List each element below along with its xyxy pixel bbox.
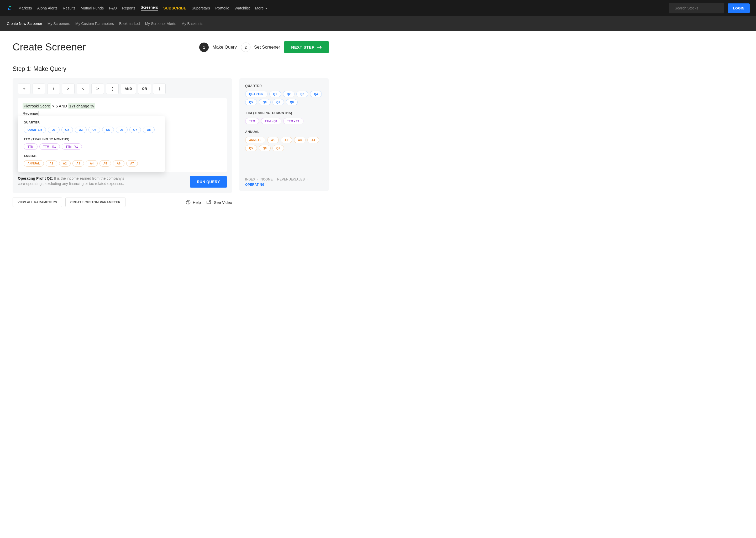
op-rparen[interactable]: ) — [153, 83, 165, 94]
pill-q3[interactable]: Q3 — [75, 127, 87, 133]
pill-q6[interactable]: Q6 — [116, 127, 127, 133]
run-row: Operating Profit Q2: It is the income ea… — [18, 176, 227, 188]
sub-nav: Create New Screener My Screeners My Cust… — [0, 16, 756, 31]
pill-ttm-q1[interactable]: TTM - Q1 — [39, 143, 60, 150]
side-pill-a2[interactable]: A2 — [281, 137, 292, 143]
crumb-revenue[interactable]: REVENUE/SALES — [277, 178, 305, 181]
subnav-custom-params[interactable]: My Custom Parameters — [75, 22, 114, 26]
nav-markets[interactable]: Markets — [19, 6, 32, 10]
side-pill-a3[interactable]: A3 — [294, 137, 306, 143]
op-and[interactable]: AND — [121, 83, 136, 94]
pill-annual[interactable]: ANNUAL — [24, 160, 44, 167]
side-pill-a7[interactable]: Q7 — [272, 145, 284, 151]
next-step-button[interactable]: NEXT STEP — [284, 41, 329, 53]
chevron-right-icon: › — [275, 178, 276, 181]
op-lt[interactable]: < — [77, 83, 89, 94]
pill-a7[interactable]: A7 — [126, 160, 138, 167]
nav-portfolio[interactable]: Portfolio — [215, 6, 229, 10]
op-gt[interactable]: > — [91, 83, 104, 94]
pill-q5[interactable]: Q5 — [102, 127, 114, 133]
pill-q4[interactable]: Q4 — [88, 127, 100, 133]
create-custom-parameter-button[interactable]: CREATE CUSTOM PARAMETER — [65, 197, 125, 207]
token-piotroski[interactable]: Piotroski Score — [23, 103, 51, 109]
step-1[interactable]: 1 Make Query — [199, 42, 237, 52]
side-pill-q6[interactable]: Q6 — [259, 99, 271, 105]
brand-logo[interactable] — [6, 5, 12, 11]
crumb-income[interactable]: INCOME — [260, 178, 273, 181]
side-pill-annual[interactable]: ANNUAL — [245, 137, 265, 143]
run-query-button[interactable]: RUN QUERY — [190, 176, 227, 188]
side-group-ttm: TTM (TRAILING 12 MONTHS) TTM TTM - Q1 TT… — [245, 111, 323, 124]
search-input[interactable] — [675, 6, 721, 10]
side-pill-a5[interactable]: Q5 — [245, 145, 257, 151]
side-pill-q4[interactable]: Q4 — [310, 91, 322, 97]
pill-q1[interactable]: Q1 — [48, 127, 60, 133]
op-minus[interactable]: − — [32, 83, 45, 94]
query-editor[interactable]: Piotroski Score > 5 AND 1Yr change % Rev… — [18, 98, 227, 172]
side-pill-q3[interactable]: Q3 — [296, 91, 308, 97]
next-step-label: NEXT STEP — [291, 45, 314, 49]
crumb-index[interactable]: INDEX — [245, 178, 256, 181]
subnav-backtests[interactable]: My Backtests — [181, 22, 203, 26]
subnav-my-screeners[interactable]: My Screeners — [48, 22, 70, 26]
pill-ttm-y1[interactable]: TTM - Y1 — [62, 143, 82, 150]
pill-quarter[interactable]: QUARTER — [24, 127, 46, 133]
pill-a5[interactable]: A5 — [100, 160, 111, 167]
see-video-link[interactable]: See Video — [207, 200, 232, 205]
help-link[interactable]: Help — [186, 200, 201, 205]
nav-results[interactable]: Results — [63, 6, 75, 10]
pill-q7[interactable]: Q7 — [129, 127, 141, 133]
side-pill-q7[interactable]: Q7 — [272, 99, 284, 105]
op-multiply[interactable]: × — [62, 83, 74, 94]
side-pill-a4[interactable]: A4 — [307, 137, 319, 143]
op-divide[interactable]: / — [47, 83, 60, 94]
side-pill-ttm-q1[interactable]: TTM - Q1 — [261, 118, 281, 124]
step-heading: Step 1: Make Query — [13, 65, 329, 73]
nav-watchlist[interactable]: Watchlist — [234, 6, 250, 10]
pill-a4[interactable]: A4 — [86, 160, 97, 167]
pill-ttm[interactable]: TTM — [24, 143, 37, 150]
login-button[interactable]: LOGIN — [728, 3, 750, 13]
side-pill-q8[interactable]: Q8 — [286, 99, 298, 105]
page-title: Create Screener — [13, 41, 86, 53]
pill-a3[interactable]: A3 — [72, 160, 84, 167]
pill-a1[interactable]: A1 — [46, 160, 57, 167]
side-pill-quarter[interactable]: QUARTER — [245, 91, 267, 97]
nav-reports[interactable]: Reports — [122, 6, 135, 10]
pill-q2[interactable]: Q2 — [62, 127, 73, 133]
pill-a6[interactable]: A6 — [113, 160, 124, 167]
side-pill-q1[interactable]: Q1 — [269, 91, 281, 97]
side-pill-ttm[interactable]: TTM — [245, 118, 259, 124]
side-pill-a6[interactable]: Q6 — [259, 145, 271, 151]
token-mid: > 5 AND — [51, 104, 68, 108]
crumb-operating[interactable]: OPERATING — [245, 183, 264, 187]
view-all-parameters-button[interactable]: VIEW ALL PARAMETERS — [13, 197, 62, 207]
nav-subscribe[interactable]: SUBSCRIBE — [163, 6, 186, 10]
side-pill-q5[interactable]: Q5 — [245, 99, 257, 105]
subnav-create-new[interactable]: Create New Screener — [7, 22, 42, 26]
see-video-label: See Video — [214, 200, 232, 205]
step-2[interactable]: 2 Set Screener — [241, 42, 280, 52]
step-2-number: 2 — [241, 42, 251, 52]
side-pill-a1[interactable]: A1 — [267, 137, 279, 143]
subnav-bookmarked[interactable]: Bookmarked — [119, 22, 140, 26]
nav-mutual-funds[interactable]: Mutual Funds — [80, 6, 104, 10]
nav-superstars[interactable]: Superstars — [192, 6, 210, 10]
side-pill-q2[interactable]: Q2 — [283, 91, 295, 97]
search-icon — [672, 6, 673, 10]
op-lparen[interactable]: ( — [106, 83, 118, 94]
nav-fo[interactable]: F&O — [109, 6, 117, 10]
op-plus[interactable]: + — [18, 83, 30, 94]
side-pill-ttm-y1[interactable]: TTM - Y1 — [283, 118, 304, 124]
op-or[interactable]: OR — [138, 83, 151, 94]
editor-column: + − / × < > ( AND OR ) Piotroski Score >… — [13, 78, 232, 207]
token-1yr-change[interactable]: 1Yr change % — [68, 103, 95, 109]
pill-a2[interactable]: A2 — [59, 160, 71, 167]
subnav-alerts[interactable]: My Screener Alerts — [145, 22, 176, 26]
nav-screeners[interactable]: Screeners — [141, 5, 158, 11]
top-nav: Markets Alpha Alerts Results Mutual Fund… — [0, 0, 756, 16]
search-box[interactable] — [669, 3, 724, 13]
nav-alpha-alerts[interactable]: Alpha Alerts — [37, 6, 58, 10]
nav-more[interactable]: More — [255, 6, 268, 10]
pill-q8[interactable]: Q8 — [143, 127, 155, 133]
